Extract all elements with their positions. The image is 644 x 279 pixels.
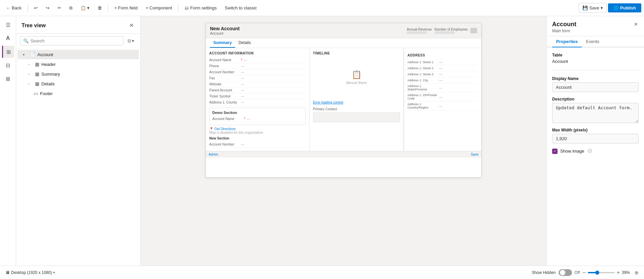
form-settings-button[interactable]: 🗂 Form settings xyxy=(181,3,220,12)
sidebar-search-row: 🔍 ⊟ ▾ xyxy=(16,34,140,48)
publish-button[interactable]: 🌐 Publish xyxy=(608,3,641,12)
search-input[interactable] xyxy=(31,38,120,43)
zoom-plus-button[interactable]: + xyxy=(617,270,620,276)
show-hidden-toggle[interactable] xyxy=(559,269,572,276)
error-loading-link[interactable]: Error loading control xyxy=(313,101,343,104)
timeline-icon: 📋 xyxy=(352,70,362,79)
right-panel-tabs: Properties Events xyxy=(547,36,644,47)
summary-chevron-icon: › xyxy=(28,72,33,76)
form-settings-label: Form settings xyxy=(190,5,217,10)
primary-contact-field xyxy=(313,112,400,122)
filter-button[interactable]: ⊟ ▾ xyxy=(126,37,136,45)
icon-bar-grid-button[interactable]: ⊠ xyxy=(2,73,14,85)
switch-classic-button[interactable]: Switch to classic xyxy=(221,3,260,12)
show-image-checkbox[interactable]: ✓ xyxy=(552,149,558,154)
component-button[interactable]: + Component xyxy=(142,3,175,12)
table-section-label: Table xyxy=(552,53,639,57)
right-panel-tab-properties[interactable]: Properties xyxy=(552,36,582,47)
max-width-field-group: Max Width (pixels) xyxy=(552,128,639,144)
zoom-fit-button[interactable]: ⊕ xyxy=(635,270,639,275)
zoom-fit-icon: ⊕ xyxy=(635,270,639,275)
sidebar-close-button[interactable]: ✕ xyxy=(128,21,135,30)
cut-icon: ✂ xyxy=(58,5,61,10)
header-action-btn[interactable] xyxy=(470,28,477,33)
description-textarea[interactable]: Updated default Account form. xyxy=(552,103,639,123)
show-image-info-icon[interactable]: ⓘ xyxy=(588,148,592,154)
copy-button[interactable]: ⧉ xyxy=(66,3,76,13)
publish-icon: 🌐 xyxy=(613,5,619,10)
tab-summary[interactable]: Summary xyxy=(210,38,235,48)
new-section-container: New Section Account Number — xyxy=(209,136,306,148)
tree-container: ▾ 📄 Account › ▦ Header › ▦ Summary › ▦ D… xyxy=(16,48,140,266)
redo-icon: ↪ xyxy=(46,5,49,10)
save-button[interactable]: 💾 Save ▾ xyxy=(579,3,607,13)
tab-details[interactable]: Details xyxy=(235,38,254,48)
timeline-section-title: Timeline xyxy=(313,51,400,55)
max-width-label: Max Width (pixels) xyxy=(552,128,639,132)
addr-value-city: — xyxy=(439,78,442,82)
details-chevron-icon: › xyxy=(28,82,33,86)
tree-item-header[interactable]: › ▦ Header xyxy=(17,59,139,69)
field-label-account-name: Account Name xyxy=(209,58,240,62)
max-width-input[interactable] xyxy=(552,134,639,144)
toggle-off-label: Off xyxy=(575,270,580,275)
field-row-account-number: Account Number — xyxy=(209,69,306,75)
tree-item-account[interactable]: ▾ 📄 Account xyxy=(17,50,139,59)
delete-button[interactable]: 🗑 xyxy=(94,3,105,12)
form-tabs: Summary Details xyxy=(206,38,481,48)
tree-item-details[interactable]: › ▦ Details xyxy=(17,79,139,88)
right-panel: Account Main form ✕ Properties Events Ta… xyxy=(546,16,644,266)
delete-icon: 🗑 xyxy=(98,5,102,10)
cut-button[interactable]: ✂ xyxy=(54,3,65,12)
viewport-chevron-icon: ▾ xyxy=(53,271,55,274)
canvas-bottom-admin-btn[interactable]: Admin xyxy=(209,153,218,156)
addr-value-zip: — xyxy=(439,95,442,99)
component-label: + Component xyxy=(146,5,172,10)
tree-item-footer[interactable]: ▭ Footer xyxy=(17,89,139,98)
tree-item-account-label: Account xyxy=(37,52,53,57)
checkbox-check-icon: ✓ xyxy=(553,149,557,153)
map-disabled-text: Map is disabled for this organization. xyxy=(209,131,306,134)
addr-row-state: Address 1: State/Province — xyxy=(407,83,478,92)
sidebar-title: Tree view xyxy=(22,23,46,29)
header-chevron-icon: › xyxy=(28,63,33,66)
paste-dropdown-button[interactable]: 📋 ▾ xyxy=(77,3,93,12)
copy-icon: ⧉ xyxy=(69,5,72,11)
viewport-selector[interactable]: 🖥 Desktop (1920 x 1080) ▾ xyxy=(5,270,55,275)
form-field-button[interactable]: + Form field xyxy=(111,3,141,12)
addr-label-street2: Address 1: Street 2 xyxy=(407,67,438,70)
toolbar-divider-3 xyxy=(178,4,178,12)
sidebar-header: Tree view ✕ xyxy=(16,16,140,34)
right-panel-tab-events[interactable]: Events xyxy=(582,36,603,47)
zoom-slider[interactable] xyxy=(588,272,615,273)
tree-item-summary[interactable]: › ▦ Summary xyxy=(17,69,139,79)
right-panel-close-icon: ✕ xyxy=(634,22,638,27)
text-icon: A xyxy=(6,35,10,41)
show-hidden-label: Show Hidden xyxy=(532,270,556,275)
right-panel-close-button[interactable]: ✕ xyxy=(633,21,639,28)
field-row-website: Website — xyxy=(209,81,306,87)
new-section-field-label: Account Number xyxy=(209,143,240,146)
icon-bar-text-button[interactable]: A xyxy=(2,32,14,44)
display-name-field-group: Display Name xyxy=(552,76,639,92)
back-button[interactable]: ← Back xyxy=(3,3,25,12)
canvas-bottom-save-btn[interactable]: Save xyxy=(471,153,478,156)
zoom-minus-button[interactable]: − xyxy=(582,270,585,276)
icon-bar-components-button[interactable]: ⊟ xyxy=(2,59,14,71)
grid-icon: ⊠ xyxy=(6,76,10,82)
get-directions-link[interactable]: 📍 Get Directions xyxy=(209,127,306,131)
form-canvas-subtitle: Account xyxy=(210,31,240,35)
icon-bar-layers-button[interactable]: ⊞ xyxy=(2,46,14,58)
icon-bar-menu-button[interactable]: ☰ xyxy=(2,19,14,31)
canvas-bottom-bar: Admin Save xyxy=(206,151,481,158)
field-row-fax: Fax — xyxy=(209,75,306,81)
display-name-label: Display Name xyxy=(552,76,639,81)
redo-button[interactable]: ↪ xyxy=(42,3,53,12)
addr-row-street2: Address 1: Street 2 — xyxy=(407,65,478,71)
display-name-input[interactable] xyxy=(552,82,639,92)
footer-section-icon: ▭ xyxy=(34,91,38,96)
field-row-parent-account: Parent Account — xyxy=(209,87,306,93)
sidebar-search-container: 🔍 xyxy=(20,36,123,45)
undo-button[interactable]: ↩ xyxy=(31,3,41,12)
primary-contact-label: Primary Contact xyxy=(313,107,400,111)
